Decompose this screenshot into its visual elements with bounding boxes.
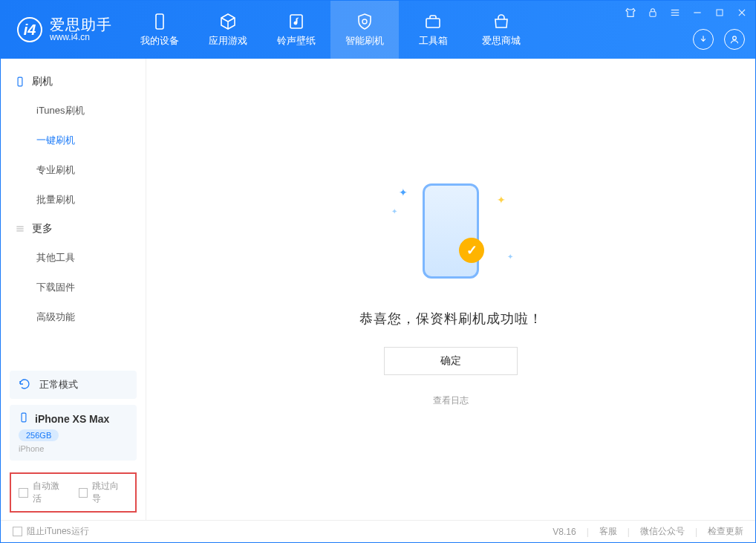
- checkbox-auto-activate[interactable]: 自动激活: [19, 480, 68, 505]
- sidebar: 刷机 iTunes刷机 一键刷机 专业刷机 批量刷机 更多 其他工具 下载固件 …: [1, 59, 146, 520]
- app-url: www.i4.cn: [50, 33, 112, 42]
- separator: |: [587, 527, 589, 537]
- checkbox-block-itunes[interactable]: 阻止iTunes运行: [13, 525, 89, 538]
- sidebar-item-onekey-flash[interactable]: 一键刷机: [1, 126, 146, 155]
- success-illustration: ✦ ✦ ✦ ✦ ✓: [384, 172, 518, 290]
- mode-card[interactable]: 正常模式: [10, 371, 137, 399]
- phone-small-icon: [19, 412, 29, 425]
- phone-illustration: ✓: [423, 183, 479, 279]
- tab-label: 应用游戏: [209, 34, 247, 48]
- menu-icon[interactable]: [668, 5, 682, 20]
- sparkle-icon: ✦: [497, 194, 506, 206]
- svg-rect-12: [18, 77, 22, 86]
- tab-label: 智能刷机: [345, 34, 384, 48]
- music-note-icon: [287, 12, 306, 31]
- check-badge-icon: ✓: [459, 238, 484, 263]
- checkbox-icon: [19, 488, 28, 498]
- sidebar-item-pro-flash[interactable]: 专业刷机: [1, 155, 146, 185]
- sidebar-group-flash: 刷机: [1, 68, 146, 96]
- device-name: iPhone XS Max: [35, 413, 109, 425]
- device-card[interactable]: iPhone XS Max 256GB iPhone: [10, 405, 137, 461]
- toolbox-icon: [423, 12, 443, 31]
- logo-icon: i4: [17, 17, 42, 42]
- sparkle-icon: ✦: [399, 186, 408, 198]
- shield-refresh-icon: [355, 12, 374, 31]
- app-window: i4 爱思助手 www.i4.cn 我的设备 应用游戏 铃声壁纸 智能刷机: [0, 0, 756, 543]
- device-icon: [150, 12, 169, 31]
- body: 刷机 iTunes刷机 一键刷机 专业刷机 批量刷机 更多 其他工具 下载固件 …: [1, 59, 755, 520]
- view-log-link[interactable]: 查看日志: [433, 394, 469, 407]
- bottom-options-highlight: 自动激活 跳过向导: [10, 472, 137, 513]
- svg-rect-2: [426, 19, 440, 27]
- cube-icon: [218, 12, 238, 31]
- opt-label: 跳过向导: [92, 480, 128, 505]
- header: i4 爱思助手 www.i4.cn 我的设备 应用游戏 铃声壁纸 智能刷机: [1, 1, 755, 59]
- mode-label: 正常模式: [39, 378, 78, 391]
- lock-icon[interactable]: [645, 5, 660, 20]
- svg-rect-0: [156, 14, 163, 29]
- sidebar-item-batch-flash[interactable]: 批量刷机: [1, 185, 146, 215]
- shirt-icon[interactable]: [623, 5, 638, 20]
- list-icon: [14, 223, 26, 235]
- group-title: 更多: [32, 222, 53, 235]
- separator: |: [628, 527, 630, 537]
- success-message: 恭喜您，保资料刷机成功啦！: [359, 310, 543, 328]
- shop-icon: [492, 12, 511, 31]
- sidebar-item-download-firmware[interactable]: 下载固件: [1, 273, 146, 302]
- sparkle-icon: ✦: [391, 207, 397, 215]
- tab-ringtone-wallpaper[interactable]: 铃声壁纸: [262, 1, 330, 59]
- version-label: V8.16: [553, 527, 576, 537]
- block-itunes-label: 阻止iTunes运行: [27, 525, 89, 538]
- tab-my-device[interactable]: 我的设备: [126, 1, 194, 59]
- tab-smart-flash[interactable]: 智能刷机: [330, 1, 399, 59]
- svg-rect-16: [22, 413, 26, 422]
- window-controls-top: [623, 5, 749, 20]
- sidebar-group-more: 更多: [1, 215, 146, 243]
- tab-toolbox[interactable]: 工具箱: [399, 1, 467, 59]
- logo-area: i4 爱思助手 www.i4.cn: [1, 1, 126, 59]
- device-type: iPhone: [19, 444, 128, 453]
- sparkle-icon: ✦: [507, 253, 513, 261]
- main-content: ✦ ✦ ✦ ✦ ✓ 恭喜您，保资料刷机成功啦！ 确定 查看日志: [146, 59, 755, 520]
- logo-text: 爱思助手 www.i4.cn: [50, 16, 112, 42]
- sidebar-scroll: 刷机 iTunes刷机 一键刷机 专业刷机 批量刷机 更多 其他工具 下载固件 …: [1, 59, 146, 371]
- svg-rect-3: [650, 12, 656, 16]
- maximize-button[interactable]: [712, 5, 727, 20]
- sidebar-item-itunes-flash[interactable]: iTunes刷机: [1, 96, 146, 126]
- ok-button[interactable]: 确定: [384, 347, 518, 375]
- sidebar-item-other-tools[interactable]: 其他工具: [1, 243, 146, 273]
- svg-point-11: [733, 36, 737, 40]
- checkbox-icon: [13, 527, 22, 536]
- tab-store[interactable]: 爱思商城: [467, 1, 535, 59]
- check-update-link[interactable]: 检查更新: [708, 525, 743, 538]
- storage-pill: 256GB: [19, 429, 59, 441]
- opt-label: 自动激活: [33, 480, 68, 505]
- tab-label: 爱思商城: [482, 34, 521, 48]
- close-button[interactable]: [734, 5, 749, 20]
- refresh-icon: [19, 378, 32, 391]
- minimize-button[interactable]: [690, 5, 705, 20]
- svg-rect-8: [717, 10, 723, 16]
- phone-icon: [14, 76, 26, 88]
- wechat-link[interactable]: 微信公众号: [640, 525, 685, 538]
- user-button[interactable]: [724, 29, 745, 50]
- nav-tabs: 我的设备 应用游戏 铃声壁纸 智能刷机 工具箱 爱思商城: [126, 1, 535, 59]
- support-link[interactable]: 客服: [599, 525, 617, 538]
- statusbar: 阻止iTunes运行 V8.16 | 客服 | 微信公众号 | 检查更新: [1, 520, 755, 542]
- checkbox-skip-guide[interactable]: 跳过向导: [79, 480, 128, 505]
- tab-label: 我的设备: [140, 34, 179, 48]
- group-title: 刷机: [32, 75, 53, 88]
- sidebar-item-advanced[interactable]: 高级功能: [1, 302, 146, 332]
- separator: |: [695, 527, 697, 537]
- sidebar-bottom: 正常模式 iPhone XS Max 256GB iPhone: [1, 371, 146, 472]
- checkbox-icon: [79, 488, 88, 498]
- app-title: 爱思助手: [50, 16, 112, 33]
- tab-label: 工具箱: [419, 34, 448, 48]
- tab-label: 铃声壁纸: [277, 34, 316, 48]
- download-button[interactable]: [693, 29, 714, 50]
- header-right-buttons: [693, 29, 745, 50]
- tab-apps-games[interactable]: 应用游戏: [194, 1, 262, 59]
